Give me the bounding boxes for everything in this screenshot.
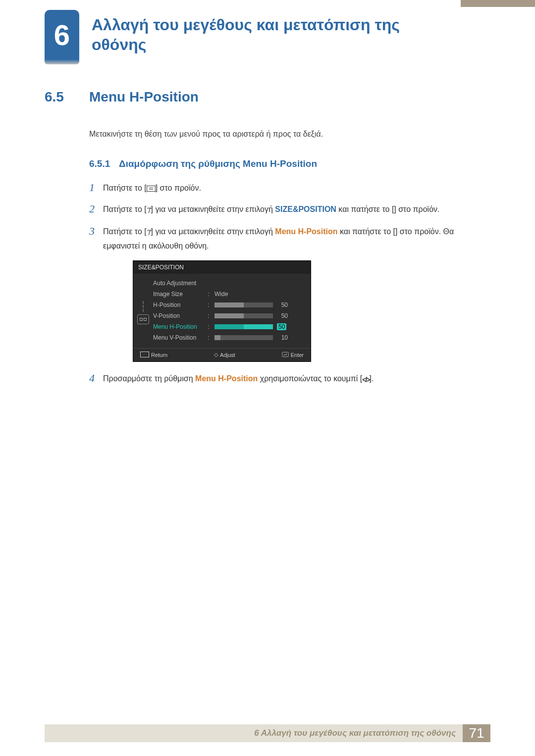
section-number: 6.5 [45, 89, 89, 105]
osd-value: 10 [277, 334, 288, 341]
step-text: Πατήστε το [˄/˅] για να μετακινηθείτε στ… [103, 202, 439, 217]
osd-value: Wide [214, 291, 228, 298]
osd-row-menu-hposition: Menu H-Position : 50 [153, 321, 304, 332]
osd-wrapper: SIZE&POSITION Auto Adjustment Image Siz [103, 260, 481, 362]
osd-panel: SIZE&POSITION Auto Adjustment Image Siz [133, 260, 311, 362]
page-content: 6.5 Menu H-Position Μετακινήστε τη θέση … [45, 89, 481, 394]
text: ] για να μετακινηθείτε στην επιλογή [151, 227, 275, 236]
text: Πατήστε το [ [103, 184, 147, 192]
text: Πατήστε το [ [103, 227, 147, 236]
label: Return [151, 352, 167, 358]
osd-value: 50 [277, 302, 288, 308]
left-right-icon: </> [362, 374, 369, 386]
text: και πατήστε το [ [336, 205, 394, 213]
osd-label: V-Position [153, 312, 208, 319]
subsection-heading: 6.5.1 Διαμόρφωση της ρύθμισης Menu H-Pos… [89, 158, 481, 169]
step-2: 2 Πατήστε το [˄/˅] για να μετακινηθείτε … [89, 202, 481, 217]
osd-value-active: 50 [277, 323, 286, 330]
tick-icon [143, 305, 144, 308]
text: χρησιμοποιώντας το κουμπί [ [258, 374, 362, 383]
colon: : [208, 312, 214, 319]
adjust-icon: ◇ [214, 352, 218, 358]
enter-icon [282, 352, 289, 358]
top-stripe [461, 0, 535, 7]
step-text: Πατήστε το [] στο προϊόν. [103, 181, 201, 195]
text: ]. [370, 374, 374, 383]
chapter-number: 6 [54, 18, 70, 51]
osd-label: Image Size [153, 291, 208, 298]
page-footer: 6 Αλλαγή του μεγέθους και μετατόπιση της… [45, 724, 490, 742]
text: ] για να μετακινηθείτε στην επιλογή [151, 205, 275, 213]
step-list: 1 Πατήστε το [] στο προϊόν. 2 Πατήστε το… [89, 181, 481, 386]
label: Enter [291, 352, 304, 358]
osd-footer-return: Return [140, 352, 167, 358]
up-down-icon: ˄/˅ [147, 227, 151, 239]
subsection-number: 6.5.1 [89, 158, 119, 169]
text: Προσαρμόστε τη ρύθμιση [103, 374, 195, 383]
menu-icon [147, 186, 156, 192]
colon: : [208, 291, 214, 298]
osd-sidebar [133, 274, 153, 348]
colon: : [208, 323, 214, 330]
section-heading: 6.5 Menu H-Position [45, 89, 481, 105]
osd-title: SIZE&POSITION [133, 261, 311, 274]
osd-label-active: Menu H-Position [153, 323, 208, 330]
step-4: 4 Προσαρμόστε τη ρύθμιση Menu H-Position… [89, 372, 481, 386]
osd-footer: Return ◇ Adjust Enter [133, 348, 311, 361]
osd-body: Auto Adjustment Image Size : Wide H-Posi… [133, 274, 311, 348]
step-1: 1 Πατήστε το [] στο προϊόν. [89, 181, 481, 195]
colon: : [208, 334, 214, 341]
slider-bar [214, 302, 273, 307]
tick-icon [143, 309, 144, 312]
label: Adjust [220, 352, 235, 358]
osd-footer-enter: Enter [282, 352, 304, 358]
section-description: Μετακινήστε τη θέση των μενού προς τα αρ… [89, 130, 481, 139]
step-number: 1 [89, 181, 103, 194]
text: ] στο προϊόν. [394, 205, 439, 213]
size-position-icon [137, 314, 149, 324]
text: και πατήστε το [ [338, 227, 395, 236]
step-number: 4 [89, 372, 103, 385]
menu-icon [140, 352, 149, 358]
slider-bar [214, 313, 273, 318]
step-number: 3 [89, 225, 103, 238]
osd-rows: Auto Adjustment Image Size : Wide H-Posi… [153, 274, 311, 348]
step-number: 2 [89, 202, 103, 215]
step-text: Προσαρμόστε τη ρύθμιση Menu H-Position χ… [103, 372, 374, 386]
chapter-header: 6 Αλλαγή του μεγέθους και μετατόπιση της… [45, 10, 476, 59]
slider-bar-active [214, 324, 273, 329]
osd-row-auto: Auto Adjustment [153, 278, 304, 289]
up-down-icon: ˄/˅ [147, 205, 151, 217]
osd-value: 50 [277, 312, 288, 319]
footer-text: 6 Αλλαγή του μεγέθους και μετατόπιση της… [45, 724, 463, 742]
osd-label: Auto Adjustment [153, 280, 208, 287]
osd-footer-adjust: ◇ Adjust [214, 352, 235, 358]
highlight-size-position: SIZE&POSITION [275, 205, 336, 213]
osd-row-hposition: H-Position : 50 [153, 300, 304, 310]
text: ] στο προϊόν. [156, 184, 201, 192]
svg-rect-2 [282, 352, 288, 356]
chapter-title: Αλλαγή του μεγέθους και μετατόπιση της ο… [92, 15, 458, 54]
tick-icon [143, 301, 144, 304]
text: Πατήστε το [ [103, 205, 147, 213]
highlight-menu-hpos: Menu H-Position [195, 374, 258, 383]
osd-label: H-Position [153, 302, 208, 308]
highlight-menu-hpos: Menu H-Position [275, 227, 337, 236]
colon: : [208, 302, 214, 308]
step-3: 3 Πατήστε το [˄/˅] για να μετακινηθείτε … [89, 225, 481, 252]
page-number: 71 [463, 724, 490, 742]
slider-bar [214, 335, 273, 340]
osd-row-image-size: Image Size : Wide [153, 289, 304, 300]
osd-row-vposition: V-Position : 50 [153, 310, 304, 321]
step-text: Πατήστε το [˄/˅] για να μετακινηθείτε στ… [103, 225, 481, 252]
subsection-title: Διαμόρφωση της ρύθμισης Menu H-Position [119, 158, 317, 169]
section-title: Menu H-Position [89, 89, 199, 105]
osd-label: Menu V-Position [153, 334, 208, 341]
osd-row-menu-vposition: Menu V-Position : 10 [153, 332, 304, 343]
chapter-number-tab: 6 [45, 10, 79, 59]
